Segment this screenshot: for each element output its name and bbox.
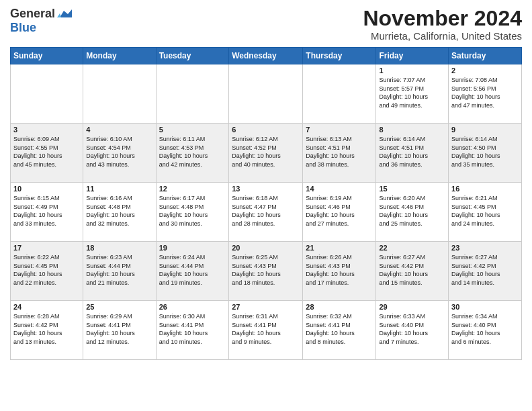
table-row: 26Sunrise: 6:30 AM Sunset: 4:41 PM Dayli… (156, 301, 229, 360)
table-row: 4Sunrise: 6:10 AM Sunset: 4:54 PM Daylig… (83, 124, 156, 183)
col-thursday: Thursday (303, 48, 376, 64)
day-number: 12 (159, 185, 226, 193)
day-number: 18 (86, 244, 152, 252)
calendar-week-row: 24Sunrise: 6:28 AM Sunset: 4:42 PM Dayli… (11, 301, 522, 360)
day-number: 5 (159, 126, 226, 134)
day-number: 9 (451, 126, 519, 134)
day-info: Sunrise: 6:14 AM Sunset: 4:51 PM Dayligh… (379, 136, 428, 168)
table-row (156, 64, 229, 124)
day-info: Sunrise: 6:09 AM Sunset: 4:55 PM Dayligh… (13, 136, 62, 168)
day-number: 13 (232, 185, 300, 193)
day-number: 1 (379, 66, 445, 75)
table-row: 21Sunrise: 6:26 AM Sunset: 4:43 PM Dayli… (303, 242, 376, 301)
day-info: Sunrise: 6:17 AM Sunset: 4:48 PM Dayligh… (159, 195, 208, 227)
day-info: Sunrise: 6:22 AM Sunset: 4:45 PM Dayligh… (13, 254, 62, 286)
svg-marker-1 (57, 13, 61, 17)
table-row: 27Sunrise: 6:31 AM Sunset: 4:41 PM Dayli… (229, 301, 303, 360)
day-number: 28 (306, 303, 373, 311)
day-info: Sunrise: 6:13 AM Sunset: 4:51 PM Dayligh… (306, 136, 355, 168)
day-number: 3 (13, 126, 80, 134)
day-info: Sunrise: 6:28 AM Sunset: 4:42 PM Dayligh… (13, 313, 62, 345)
day-number: 23 (451, 244, 519, 252)
table-row: 10Sunrise: 6:15 AM Sunset: 4:49 PM Dayli… (11, 183, 83, 242)
page: General Blue November 2024 Murrieta, Cal… (0, 0, 532, 367)
day-info: Sunrise: 6:33 AM Sunset: 4:40 PM Dayligh… (379, 313, 428, 345)
page-title: November 2024 (363, 7, 522, 30)
day-number: 21 (306, 244, 373, 252)
table-row: 18Sunrise: 6:23 AM Sunset: 4:44 PM Dayli… (83, 242, 156, 301)
day-info: Sunrise: 6:21 AM Sunset: 4:45 PM Dayligh… (451, 195, 500, 227)
day-info: Sunrise: 7:08 AM Sunset: 5:56 PM Dayligh… (451, 77, 500, 109)
day-info: Sunrise: 6:31 AM Sunset: 4:41 PM Dayligh… (232, 313, 281, 345)
day-number: 30 (451, 303, 519, 311)
calendar-week-row: 3Sunrise: 6:09 AM Sunset: 4:55 PM Daylig… (11, 124, 522, 183)
day-info: Sunrise: 6:20 AM Sunset: 4:46 PM Dayligh… (379, 195, 428, 227)
day-info: Sunrise: 6:29 AM Sunset: 4:41 PM Dayligh… (86, 313, 135, 345)
table-row: 15Sunrise: 6:20 AM Sunset: 4:46 PM Dayli… (376, 183, 449, 242)
table-row: 3Sunrise: 6:09 AM Sunset: 4:55 PM Daylig… (11, 124, 83, 183)
day-info: Sunrise: 6:24 AM Sunset: 4:44 PM Dayligh… (159, 254, 208, 286)
table-row: 29Sunrise: 6:33 AM Sunset: 4:40 PM Dayli… (376, 301, 449, 360)
logo-bird-icon (57, 8, 72, 20)
calendar-table: Sunday Monday Tuesday Wednesday Thursday… (10, 47, 522, 360)
col-friday: Friday (376, 48, 449, 64)
day-number: 11 (86, 185, 152, 193)
day-number: 29 (379, 303, 445, 311)
table-row: 9Sunrise: 6:14 AM Sunset: 4:50 PM Daylig… (449, 124, 522, 183)
calendar-week-row: 10Sunrise: 6:15 AM Sunset: 4:49 PM Dayli… (11, 183, 522, 242)
table-row: 17Sunrise: 6:22 AM Sunset: 4:45 PM Dayli… (11, 242, 83, 301)
day-number: 15 (379, 185, 445, 193)
col-saturday: Saturday (449, 48, 522, 64)
table-row: 1Sunrise: 7:07 AM Sunset: 5:57 PM Daylig… (376, 64, 449, 124)
table-row: 30Sunrise: 6:34 AM Sunset: 4:40 PM Dayli… (449, 301, 522, 360)
table-row: 8Sunrise: 6:14 AM Sunset: 4:51 PM Daylig… (376, 124, 449, 183)
day-info: Sunrise: 6:11 AM Sunset: 4:53 PM Dayligh… (159, 136, 208, 168)
col-monday: Monday (83, 48, 156, 64)
day-number: 17 (13, 244, 80, 252)
table-row (229, 64, 303, 124)
day-number: 2 (451, 66, 519, 75)
day-info: Sunrise: 6:18 AM Sunset: 4:47 PM Dayligh… (232, 195, 281, 227)
table-row: 24Sunrise: 6:28 AM Sunset: 4:42 PM Dayli… (11, 301, 83, 360)
day-number: 14 (306, 185, 373, 193)
table-row: 20Sunrise: 6:25 AM Sunset: 4:43 PM Dayli… (229, 242, 303, 301)
day-info: Sunrise: 6:32 AM Sunset: 4:41 PM Dayligh… (306, 313, 355, 345)
day-info: Sunrise: 6:27 AM Sunset: 4:42 PM Dayligh… (379, 254, 428, 286)
day-info: Sunrise: 6:23 AM Sunset: 4:44 PM Dayligh… (86, 254, 135, 286)
day-info: Sunrise: 6:30 AM Sunset: 4:41 PM Dayligh… (159, 313, 208, 345)
table-row: 7Sunrise: 6:13 AM Sunset: 4:51 PM Daylig… (303, 124, 376, 183)
day-number: 22 (379, 244, 445, 252)
table-row: 14Sunrise: 6:19 AM Sunset: 4:46 PM Dayli… (303, 183, 376, 242)
calendar-week-row: 1Sunrise: 7:07 AM Sunset: 5:57 PM Daylig… (11, 64, 522, 124)
day-number: 7 (306, 126, 373, 134)
header: General Blue November 2024 Murrieta, Cal… (10, 7, 522, 42)
day-number: 4 (86, 126, 152, 134)
page-subtitle: Murrieta, California, United States (363, 30, 522, 42)
table-row: 5Sunrise: 6:11 AM Sunset: 4:53 PM Daylig… (156, 124, 229, 183)
table-row: 2Sunrise: 7:08 AM Sunset: 5:56 PM Daylig… (449, 64, 522, 124)
calendar-week-row: 17Sunrise: 6:22 AM Sunset: 4:45 PM Dayli… (11, 242, 522, 301)
table-row: 11Sunrise: 6:16 AM Sunset: 4:48 PM Dayli… (83, 183, 156, 242)
col-tuesday: Tuesday (156, 48, 229, 64)
table-row: 13Sunrise: 6:18 AM Sunset: 4:47 PM Dayli… (229, 183, 303, 242)
day-number: 8 (379, 126, 445, 134)
day-info: Sunrise: 6:15 AM Sunset: 4:49 PM Dayligh… (13, 195, 62, 227)
day-number: 25 (86, 303, 152, 311)
table-row: 23Sunrise: 6:27 AM Sunset: 4:42 PM Dayli… (449, 242, 522, 301)
day-info: Sunrise: 6:25 AM Sunset: 4:43 PM Dayligh… (232, 254, 281, 286)
day-info: Sunrise: 6:34 AM Sunset: 4:40 PM Dayligh… (451, 313, 500, 345)
day-info: Sunrise: 6:19 AM Sunset: 4:46 PM Dayligh… (306, 195, 355, 227)
table-row: 12Sunrise: 6:17 AM Sunset: 4:48 PM Dayli… (156, 183, 229, 242)
table-row: 25Sunrise: 6:29 AM Sunset: 4:41 PM Dayli… (83, 301, 156, 360)
day-number: 16 (451, 185, 519, 193)
day-number: 10 (13, 185, 80, 193)
title-area: November 2024 Murrieta, California, Unit… (363, 7, 522, 42)
day-number: 27 (232, 303, 300, 311)
day-info: Sunrise: 6:16 AM Sunset: 4:48 PM Dayligh… (86, 195, 135, 227)
day-info: Sunrise: 6:27 AM Sunset: 4:42 PM Dayligh… (451, 254, 500, 286)
table-row: 22Sunrise: 6:27 AM Sunset: 4:42 PM Dayli… (376, 242, 449, 301)
day-number: 20 (232, 244, 300, 252)
table-row: 16Sunrise: 6:21 AM Sunset: 4:45 PM Dayli… (449, 183, 522, 242)
day-number: 26 (159, 303, 226, 311)
table-row: 19Sunrise: 6:24 AM Sunset: 4:44 PM Dayli… (156, 242, 229, 301)
